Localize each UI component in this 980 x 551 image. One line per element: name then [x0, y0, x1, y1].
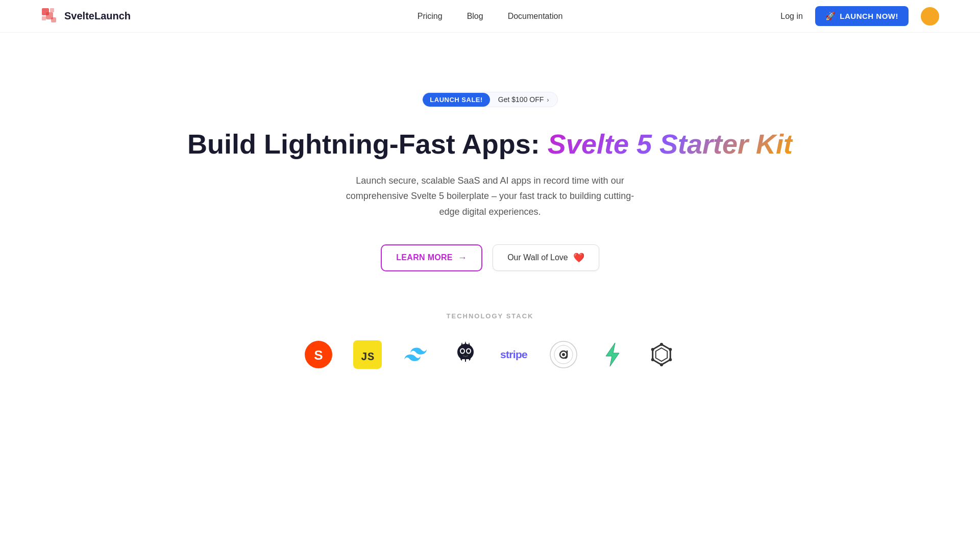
svg-marker-17 — [461, 342, 463, 346]
learn-more-button[interactable]: LEARN MORE → — [381, 244, 482, 271]
svg-text:stripe: stripe — [500, 348, 527, 360]
svg-rect-12 — [466, 359, 469, 362]
main-content: LAUNCH SALE! Get $100 OFF › Build Lightn… — [0, 0, 980, 410]
resend-icon — [549, 340, 578, 369]
svg-text:S: S — [314, 347, 323, 363]
chevron-right-icon: › — [547, 96, 549, 104]
svg-point-30 — [651, 358, 654, 361]
stripe-icon: stripe — [500, 340, 529, 369]
nav-blog[interactable]: Blog — [467, 12, 483, 21]
sale-badge: LAUNCH SALE! — [423, 93, 490, 107]
javascript-icon: JS — [353, 340, 382, 369]
rocket-icon: 🚀 — [825, 11, 836, 21]
svg-rect-11 — [462, 359, 465, 362]
skull-icon — [451, 340, 480, 369]
arrow-right-icon: → — [458, 253, 467, 263]
svg-point-31 — [651, 348, 654, 351]
tech-stack-label: TECHNOLOGY STACK — [447, 312, 534, 320]
tech-icons-row: S JS — [304, 340, 676, 369]
sale-text-link[interactable]: Get $100 OFF › — [490, 92, 557, 107]
svg-rect-3 — [42, 16, 46, 20]
nav-links: Pricing Blog Documentation — [418, 12, 563, 21]
svg-point-16 — [467, 349, 470, 353]
svg-point-29 — [660, 363, 663, 366]
nav-pricing[interactable]: Pricing — [418, 12, 443, 21]
brand-name: SvelteLaunch — [64, 10, 131, 22]
nav-right: Log in 🚀 LAUNCH NOW! — [780, 6, 939, 26]
svg-marker-19 — [468, 342, 470, 346]
nav-documentation[interactable]: Documentation — [508, 12, 563, 21]
openai-icon — [647, 340, 676, 369]
cta-buttons: LEARN MORE → Our Wall of Love ❤️ — [381, 244, 599, 271]
sale-badge-container: LAUNCH SALE! Get $100 OFF › — [422, 92, 557, 107]
hero-title-gradient: Svelte 5 Starter Kit — [548, 129, 793, 159]
hero-title: Build Lightning-Fast Apps: Svelte 5 Star… — [187, 128, 793, 161]
tailwind-icon — [402, 340, 431, 369]
heart-icon: ❤️ — [573, 252, 584, 263]
svg-point-27 — [669, 348, 672, 351]
navbar: SvelteLaunch Pricing Blog Documentation … — [0, 0, 980, 33]
svg-point-15 — [461, 349, 464, 353]
svg-text:JS: JS — [361, 351, 374, 364]
svg-marker-25 — [606, 343, 619, 366]
supabase-icon — [598, 340, 627, 369]
wall-of-love-button[interactable]: Our Wall of Love ❤️ — [493, 244, 599, 271]
svg-rect-2 — [50, 8, 54, 12]
login-link[interactable]: Log in — [780, 12, 803, 21]
svelte-icon: S — [304, 340, 333, 369]
svg-point-26 — [660, 343, 663, 346]
svg-point-24 — [562, 353, 565, 356]
launch-now-button[interactable]: 🚀 LAUNCH NOW! — [815, 6, 909, 26]
hero-subtitle: Launch secure, scalable SaaS and AI apps… — [337, 173, 643, 220]
user-avatar[interactable] — [921, 7, 939, 26]
svg-marker-18 — [464, 341, 467, 345]
svg-rect-4 — [51, 17, 56, 22]
svg-point-28 — [669, 358, 672, 361]
tech-stack-section: TECHNOLOGY STACK S JS — [304, 312, 676, 369]
brand-logo[interactable]: SvelteLaunch — [41, 7, 131, 26]
